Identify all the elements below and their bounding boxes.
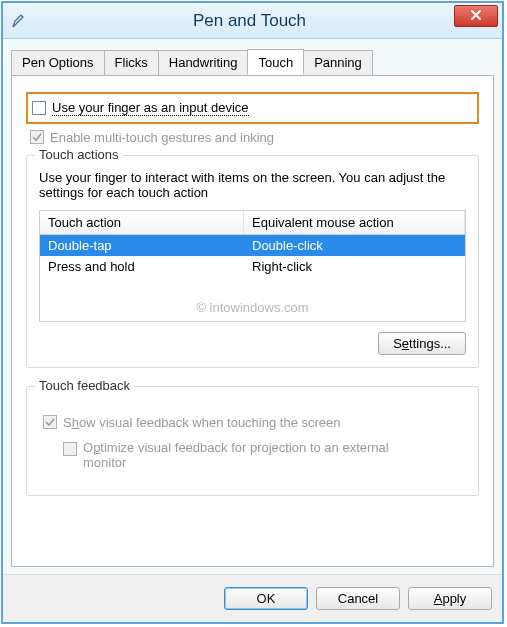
- use-finger-label[interactable]: Use your finger as an input device: [52, 100, 249, 116]
- touch-feedback-legend: Touch feedback: [35, 378, 134, 393]
- pen-icon: [11, 13, 27, 29]
- table-row[interactable]: Press and hold Right-click: [40, 256, 465, 277]
- touch-feedback-group: Touch feedback Show visual feedback when…: [26, 386, 479, 496]
- tabstrip: Pen Options Flicks Handwriting Touch Pan…: [11, 49, 494, 75]
- cell-action: Press and hold: [40, 256, 244, 277]
- cell-action: Double-tap: [40, 235, 244, 256]
- close-button[interactable]: [454, 5, 498, 27]
- tab-pen-options[interactable]: Pen Options: [11, 50, 105, 76]
- settings-button[interactable]: Settings...: [378, 332, 466, 355]
- close-icon: [470, 9, 482, 24]
- tab-flicks[interactable]: Flicks: [104, 50, 159, 76]
- use-finger-checkbox[interactable]: [32, 101, 46, 115]
- col-mouse-action[interactable]: Equivalent mouse action: [244, 211, 465, 234]
- tab-touch[interactable]: Touch: [247, 49, 304, 75]
- enable-multitouch-row: Enable multi-touch gestures and inking: [30, 130, 479, 145]
- cell-mouse: Right-click: [244, 256, 465, 277]
- table-row[interactable]: Double-tap Double-click: [40, 235, 465, 256]
- pen-and-touch-dialog: Pen and Touch Pen Options Flicks Handwri…: [1, 1, 504, 624]
- apply-button[interactable]: Apply: [408, 587, 492, 610]
- window-title: Pen and Touch: [27, 11, 502, 31]
- use-finger-highlight: Use your finger as an input device: [26, 92, 479, 124]
- touch-actions-table[interactable]: Touch action Equivalent mouse action Dou…: [39, 210, 466, 322]
- cell-mouse: Double-click: [244, 235, 465, 256]
- optimize-checkbox: [63, 442, 77, 456]
- touch-actions-legend: Touch actions: [35, 147, 123, 162]
- show-feedback-checkbox: [43, 415, 57, 429]
- tab-handwriting[interactable]: Handwriting: [158, 50, 249, 76]
- tab-panning[interactable]: Panning: [303, 50, 373, 76]
- show-feedback-row: Show visual feedback when touching the s…: [43, 415, 466, 430]
- optimize-row: Optimize visual feedback for projection …: [63, 440, 466, 470]
- enable-multitouch-checkbox: [30, 130, 44, 144]
- tab-area: Pen Options Flicks Handwriting Touch Pan…: [3, 39, 502, 567]
- col-touch-action[interactable]: Touch action: [40, 211, 244, 234]
- watermark: © intowindows.com: [40, 300, 465, 315]
- titlebar: Pen and Touch: [3, 3, 502, 39]
- cancel-button[interactable]: Cancel: [316, 587, 400, 610]
- ok-button[interactable]: OK: [224, 587, 308, 610]
- table-header: Touch action Equivalent mouse action: [40, 211, 465, 235]
- touch-actions-desc: Use your finger to interact with items o…: [39, 170, 466, 200]
- optimize-label: Optimize visual feedback for projection …: [83, 440, 423, 470]
- touch-actions-group: Touch actions Use your finger to interac…: [26, 155, 479, 368]
- enable-multitouch-label: Enable multi-touch gestures and inking: [50, 130, 274, 145]
- dialog-button-bar: OK Cancel Apply: [3, 574, 502, 622]
- tab-panel-touch: Use your finger as an input device Enabl…: [11, 75, 494, 567]
- show-feedback-label: Show visual feedback when touching the s…: [63, 415, 341, 430]
